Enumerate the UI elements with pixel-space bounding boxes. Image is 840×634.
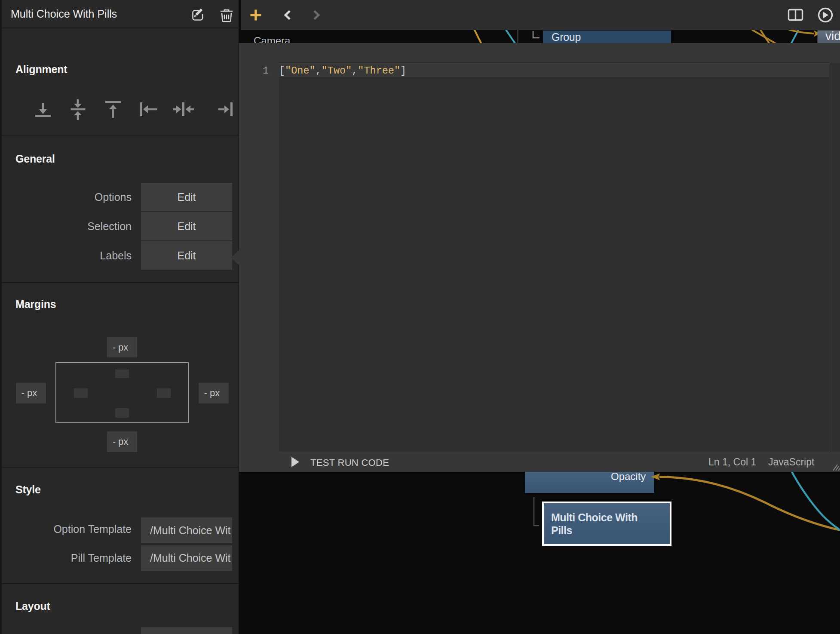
svg-text:vide: vide	[825, 30, 840, 43]
